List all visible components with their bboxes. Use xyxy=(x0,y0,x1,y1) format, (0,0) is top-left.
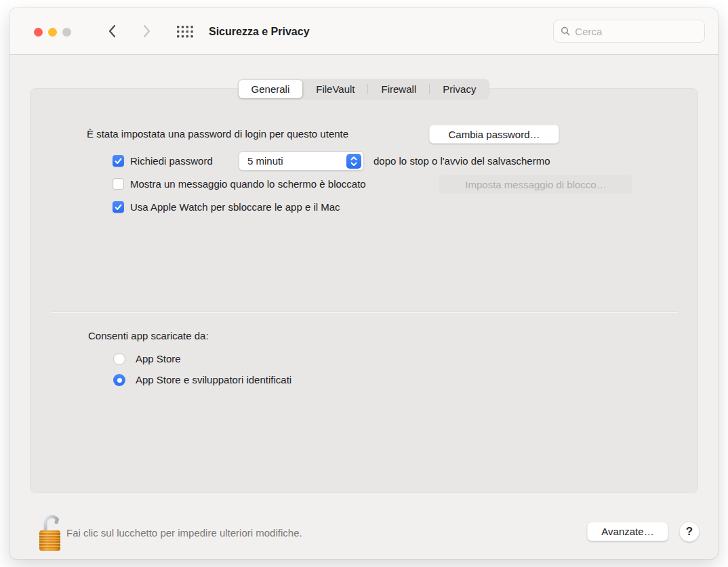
lock-hint-text: Fai clic sul lucchetto per impedire ulte… xyxy=(66,526,302,540)
change-password-button[interactable]: Cambia password… xyxy=(429,125,559,144)
minimize-button[interactable] xyxy=(48,28,57,37)
zoom-button xyxy=(62,28,71,37)
radio-app-store-identified[interactable] xyxy=(113,374,125,386)
nav-buttons xyxy=(103,22,156,40)
radio-app-store[interactable] xyxy=(113,353,125,365)
page-title: Sicurezza e Privacy xyxy=(209,8,310,55)
password-status-text: È stata impostata una password di login … xyxy=(87,127,348,141)
show-message-checkbox[interactable] xyxy=(113,178,124,190)
tab-privacy[interactable]: Privacy xyxy=(430,80,489,98)
radio-app-store-identified-label: App Store e sviluppatori identificati xyxy=(136,373,291,387)
require-password-suffix: dopo lo stop o l'avvio del salvaschermo xyxy=(373,154,550,168)
titlebar: Sicurezza e Privacy xyxy=(9,8,718,55)
security-privacy-window: Sicurezza e Privacy Generali FileVault F… xyxy=(9,8,718,559)
forward-button xyxy=(138,22,156,40)
apple-watch-label: Usa Apple Watch per sbloccare le app e i… xyxy=(130,201,340,214)
search-input[interactable] xyxy=(575,26,697,37)
show-all-grid-icon[interactable] xyxy=(177,26,193,38)
search-field[interactable] xyxy=(553,20,705,43)
close-button[interactable] xyxy=(34,28,43,37)
popup-stepper-icon xyxy=(346,154,361,169)
search-icon xyxy=(561,26,570,37)
tab-firewall[interactable]: Firewall xyxy=(369,80,430,98)
chevron-right-icon xyxy=(143,24,151,38)
password-delay-popup[interactable]: 5 minuti xyxy=(239,151,364,171)
advanced-button[interactable]: Avanzate… xyxy=(587,522,668,541)
chevron-left-icon xyxy=(108,24,116,38)
general-pane xyxy=(30,88,698,493)
tab-filevault[interactable]: FileVault xyxy=(303,80,367,98)
section-divider xyxy=(51,312,678,313)
require-password-label: Richiedi password xyxy=(130,154,213,168)
back-button[interactable] xyxy=(103,22,121,40)
radio-dot xyxy=(117,378,122,383)
tab-generali[interactable]: Generali xyxy=(239,80,303,98)
radio-app-store-label: App Store xyxy=(136,352,181,366)
traffic-lights xyxy=(34,28,71,37)
show-message-label: Mostra un messaggio quando lo schermo è … xyxy=(130,177,366,191)
popup-selected-value: 5 minuti xyxy=(247,155,346,167)
checkmark-icon xyxy=(115,204,122,211)
checkmark-icon xyxy=(115,158,122,165)
unlocked-padlock-icon[interactable] xyxy=(37,510,64,553)
allow-apps-label: Consenti app scaricate da: xyxy=(88,329,209,343)
apple-watch-checkbox[interactable] xyxy=(113,201,124,213)
require-password-checkbox[interactable] xyxy=(113,155,124,167)
help-button[interactable]: ? xyxy=(679,522,700,542)
set-lock-message-button: Imposta messaggio di blocco… xyxy=(439,175,632,194)
tab-bar: Generali FileVault Firewall Privacy xyxy=(238,79,490,99)
